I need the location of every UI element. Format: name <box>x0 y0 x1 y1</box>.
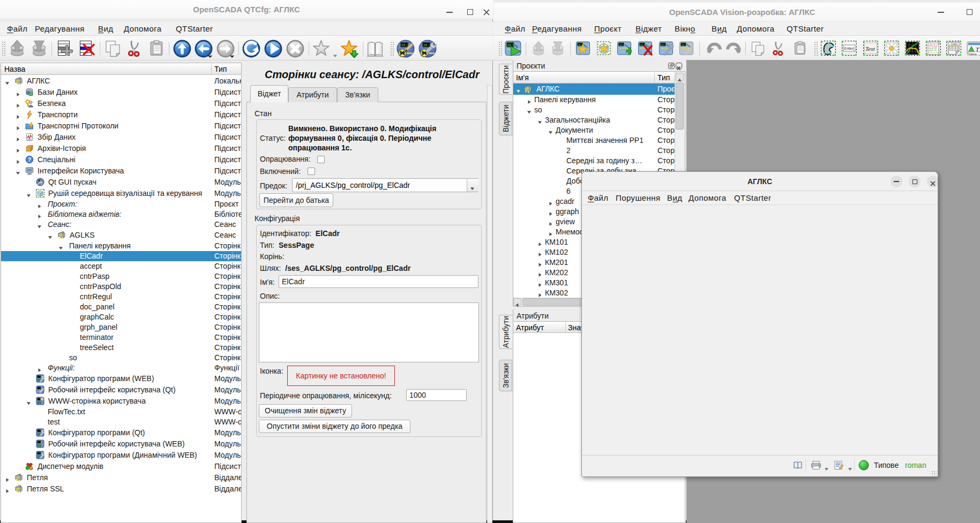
svg-text:T: T <box>976 46 979 52</box>
svg-text:Text: Text <box>865 46 876 52</box>
svg-text:W: W <box>37 443 42 448</box>
svg-text:Enter|: Enter| <box>844 47 855 51</box>
svg-text:Not parsed: Not parsed <box>929 51 939 54</box>
svg-text:W: W <box>37 400 42 405</box>
svg-text:Order: Order <box>951 42 958 46</box>
svg-text:Value: Value <box>969 52 977 56</box>
svg-text:?: ? <box>28 157 31 163</box>
